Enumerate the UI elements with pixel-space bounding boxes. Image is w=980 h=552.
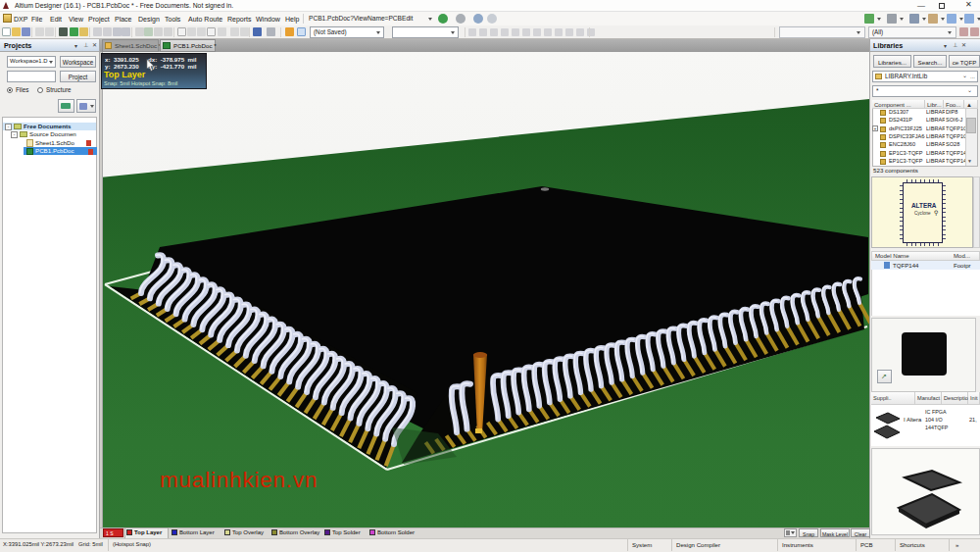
svg-text:mualinhkien.vn: mualinhkien.vn bbox=[160, 468, 318, 492]
